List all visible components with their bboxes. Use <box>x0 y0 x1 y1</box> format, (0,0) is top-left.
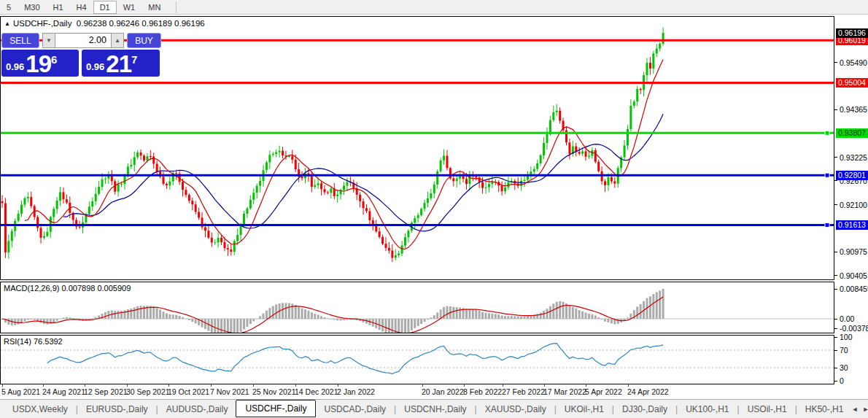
date-tick <box>422 384 423 387</box>
tab-usdx-weekly[interactable]: USDX,Weekly <box>4 401 76 417</box>
price-axis-tick <box>834 204 837 205</box>
buy-price-prefix: 0.96 <box>86 61 104 72</box>
date-label: 5 Apr 2022 <box>585 387 622 396</box>
date-tick <box>168 384 169 387</box>
price-axis-tick-label: 0.90405 <box>840 271 867 280</box>
macd-axis-label: 0.00 <box>840 314 854 323</box>
chart-title: ▲USDCHF-,Daily 0.96238 0.96246 0.96189 0… <box>4 19 205 28</box>
price-axis-tick-label: 0.93225 <box>840 153 867 162</box>
tab-usdcnh-daily[interactable]: USDCNH-,Daily <box>396 401 474 417</box>
macd-panel: MACD(12,26,9) 0.007898 0.005909 <box>0 282 834 333</box>
date-tick <box>211 384 212 387</box>
date-label: 2 Jan 2022 <box>337 387 375 396</box>
tab-eurusd-daily[interactable]: EURUSD-,Daily <box>78 401 156 417</box>
rsi-axis-label: 30 <box>840 363 848 372</box>
timeframe-button-h4[interactable]: H4 <box>70 1 93 14</box>
date-tick <box>628 384 629 387</box>
tab-hk50-h1[interactable]: HK50-,H1 <box>797 401 852 417</box>
date-label: 8 Feb 2022 <box>463 387 502 396</box>
volume-increase-button[interactable]: ▲ <box>111 33 124 48</box>
tab-ukoil-h1[interactable]: UKOil-,H1 <box>557 401 612 417</box>
date-label: 27 Feb 2022 <box>502 387 545 396</box>
chart-tab-bar: USDX,Weekly|EURUSD-,Daily|AUDUSD-,DailyU… <box>0 399 868 418</box>
toolbar-divider <box>176 1 177 13</box>
price-axis-tick <box>834 180 837 181</box>
price-axis-tick <box>834 275 837 276</box>
tab-scroll-right-icon[interactable]: ► <box>862 406 868 413</box>
rsi-axis-tick <box>834 350 837 351</box>
date-label: 25 Nov 2021 <box>252 387 296 396</box>
timeframe-button-m30[interactable]: M30 <box>18 1 46 14</box>
date-label: 20 Jan 2022 <box>422 387 464 396</box>
tab-xauusd-daily[interactable]: XAUUSD-,Daily <box>477 401 554 417</box>
sell-price-big: 19 <box>26 53 51 75</box>
sell-button[interactable]: SELL <box>1 33 39 48</box>
date-tick <box>2 384 3 387</box>
one-click-trade-panel: SELL ▼ 2.00 ▲ BUY 0.96 19 6 0.96 21 7 <box>1 33 163 78</box>
buy-button[interactable]: BUY <box>127 33 161 48</box>
price-axis-tick <box>834 62 837 63</box>
ohlc-readout: 0.96238 0.96246 0.96189 0.96196 <box>77 19 205 28</box>
volume-input[interactable]: 2.00 <box>55 33 111 48</box>
rsi-axis-label: 70 <box>840 346 848 355</box>
macd-axis-tick <box>834 289 837 290</box>
current-price-label: 0.96196 <box>836 28 868 38</box>
rsi-line <box>47 344 663 374</box>
date-tick <box>85 384 85 387</box>
price-axis-tick <box>834 109 837 110</box>
price-axis-level-label: 0.91613 <box>836 220 868 230</box>
rsi-plot <box>1 336 834 384</box>
time-axis: 5 Aug 202124 Aug 202112 Sep 202130 Sep 2… <box>0 384 834 398</box>
sell-price-button[interactable]: 0.96 19 6 <box>1 50 79 77</box>
date-tick <box>586 384 586 387</box>
tab-dj30-daily[interactable]: DJ30-,Daily <box>614 401 675 417</box>
rsi-panel: RSI(14) 76.5392 <box>0 335 834 384</box>
timeframe-button-5[interactable]: 5 <box>0 1 18 14</box>
tab-usdcad-daily[interactable]: USDCAD-,Daily <box>316 401 394 417</box>
timeframe-button-mn[interactable]: MN <box>142 1 167 14</box>
tab-scroll-controls: ◄► <box>851 406 868 413</box>
symbol-direction-icon: ▲ <box>4 20 10 27</box>
sell-price-pipette: 6 <box>51 53 57 66</box>
rsi-axis-tick <box>834 368 837 368</box>
price-axis-tick-label: 0.95490 <box>840 58 867 67</box>
volume-decrease-button[interactable]: ▼ <box>42 33 55 48</box>
macd-axis-tick <box>834 319 837 320</box>
sell-price-prefix: 0.96 <box>6 61 24 72</box>
date-tick <box>338 384 338 387</box>
timeframe-button-d1[interactable]: D1 <box>93 1 117 14</box>
date-tick <box>127 384 128 387</box>
date-label: 24 Aug 2021 <box>42 387 85 396</box>
macd-axis-label: -0.00378 <box>840 324 868 333</box>
date-label: 17 Mar 2022 <box>543 387 586 396</box>
buy-price-button[interactable]: 0.96 21 7 <box>82 50 160 77</box>
date-label: 14 Dec 2021 <box>295 387 338 396</box>
macd-axis-label: 0.008455 <box>840 285 868 293</box>
date-tick <box>464 384 465 387</box>
tab-uk100-h1[interactable]: UK100-,H1 <box>678 401 737 417</box>
date-label: 30 Sep 2021 <box>126 387 170 396</box>
buy-price-pipette: 7 <box>131 53 137 66</box>
date-tick <box>503 384 503 387</box>
price-axis-tick-label: 0.90975 <box>840 247 867 256</box>
date-label: 19 Oct 2021 <box>168 387 209 396</box>
price-axis-level-label: 0.93807 <box>836 128 868 138</box>
date-label: 24 Apr 2022 <box>627 387 669 396</box>
rsi-axis-tick <box>834 337 837 338</box>
date-tick <box>295 384 296 387</box>
rsi-label: RSI(14) 76.5392 <box>4 337 63 346</box>
tab-usoil-h1[interactable]: USOil-,H1 <box>740 401 795 417</box>
date-label: 5 Aug 2021 <box>1 387 40 396</box>
ma-fast-line <box>25 59 663 249</box>
tab-audusd-daily[interactable]: AUDUSD-,Daily <box>158 401 236 417</box>
rsi-axis-tick <box>834 381 837 382</box>
timeframe-button-w1[interactable]: W1 <box>117 1 142 14</box>
timeframe-button-h1[interactable]: H1 <box>47 1 70 14</box>
date-tick <box>544 384 545 387</box>
tab-scroll-left-icon[interactable]: ◄ <box>851 406 858 413</box>
date-label: 7 Nov 2021 <box>210 387 249 396</box>
price-axis-tick <box>834 157 837 158</box>
timeframe-toolbar: 5M30H1H4D1W1MN <box>0 0 868 15</box>
tab-usdchf-daily[interactable]: USDCHF-,Daily <box>236 400 316 417</box>
date-label: 12 Sep 2021 <box>84 387 128 396</box>
